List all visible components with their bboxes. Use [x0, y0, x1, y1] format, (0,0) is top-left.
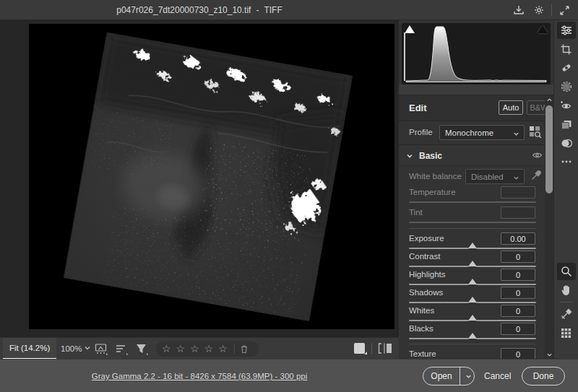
slider-track[interactable] — [409, 320, 536, 321]
slider-thumb[interactable] — [468, 261, 477, 266]
star-1-icon[interactable]: ☆ — [162, 344, 171, 354]
title-separator: - — [256, 5, 259, 15]
slider-label: Temperature — [409, 188, 456, 196]
slider-label: Shadows — [409, 288, 443, 297]
collapse-chevron-icon[interactable] — [406, 152, 413, 160]
open-button[interactable]: Open — [423, 367, 475, 386]
slider-exposure: Exposure 0.00 — [399, 232, 545, 250]
edit-sliders-tool[interactable] — [557, 22, 576, 39]
slider-label: Exposure — [409, 234, 444, 243]
slider-value-input[interactable]: 0 — [501, 348, 535, 359]
white-balance-dropdown[interactable]: Disabled — [465, 169, 525, 184]
fit-zoom-label: Fit (14.2%) — [9, 344, 50, 352]
sampler-tool[interactable] — [557, 305, 576, 323]
zoom-100-label: 100% — [61, 344, 82, 353]
scroll-up-icon[interactable] — [545, 95, 553, 104]
slider-tint: Tint — [399, 206, 545, 224]
trash-icon[interactable] — [240, 344, 249, 354]
slider-track — [409, 201, 536, 203]
slider-track — [409, 222, 536, 223]
preview-toggle-icon[interactable] — [354, 343, 365, 354]
slider-track[interactable] — [409, 302, 536, 303]
slider-thumb[interactable] — [468, 243, 477, 248]
slider-thumb[interactable] — [468, 279, 477, 284]
white-balance-chevron-icon — [513, 175, 519, 181]
zoom-100-tab[interactable]: 100% — [55, 338, 87, 360]
more-tools-icon[interactable] — [557, 153, 576, 170]
satellite-image — [29, 24, 394, 329]
open-options-chevron-icon[interactable] — [460, 367, 477, 385]
crop-tool[interactable] — [557, 40, 576, 58]
slider-thumb[interactable] — [468, 333, 477, 339]
heal-tool[interactable] — [557, 59, 576, 77]
cancel-button-label: Cancel — [484, 371, 511, 381]
filter-icon[interactable] — [133, 341, 150, 357]
document-title: p047r026_7dt20000730_z10_10.tif - TIFF — [0, 0, 399, 20]
edit-panel: Edit Auto B&W Profile Monochrome Basic — [399, 20, 553, 359]
open-button-label: Open — [420, 371, 459, 381]
basic-section-label: Basic — [419, 151, 442, 161]
red-eye-tool[interactable] — [557, 97, 576, 114]
snapshots-tool[interactable] — [557, 134, 576, 152]
slider-thumb[interactable] — [468, 315, 477, 321]
slider-label: Texture — [409, 349, 436, 358]
zoom-menu-chevron-icon[interactable] — [84, 344, 92, 353]
white-balance-row: White balance Disabled — [399, 167, 545, 186]
slider-track[interactable] — [409, 248, 536, 249]
filmstrip-icon[interactable] — [92, 341, 110, 357]
exif-info-strip — [399, 84, 553, 95]
slider-label: Tint — [409, 208, 423, 217]
status-bar: Gray Gamma 2.2 - 16 bit - 8426 x 7584 (6… — [0, 359, 578, 392]
title-bar: p047r026_7dt20000730_z10_10.tif - TIFF — [0, 0, 578, 20]
cancel-button[interactable]: Cancel — [478, 367, 517, 386]
profile-label: Profile — [409, 128, 433, 136]
slider-value-input[interactable]: 0 — [501, 323, 535, 335]
hand-tool[interactable] — [557, 282, 576, 299]
sort-order-icon[interactable] — [113, 341, 130, 357]
slider-value-input[interactable]: 0 — [501, 287, 535, 299]
profile-value: Monochrome — [445, 129, 493, 137]
before-after-view-icon[interactable] — [377, 342, 393, 354]
presets-tool[interactable] — [557, 116, 576, 133]
toggle-fullscreen-icon[interactable] — [556, 2, 572, 18]
done-button[interactable]: Done — [522, 367, 565, 386]
slider-track[interactable] — [409, 338, 536, 339]
histogram[interactable] — [402, 23, 551, 84]
star-4-icon[interactable]: ☆ — [204, 344, 214, 354]
slider-value-input[interactable]: 0.00 — [501, 232, 535, 245]
scrollbar-thumb[interactable] — [545, 105, 553, 193]
highlight-clipping-indicator-icon[interactable] — [538, 25, 548, 33]
white-balance-eyedropper-icon[interactable] — [530, 170, 542, 181]
scroll-down-icon[interactable] — [545, 350, 553, 359]
workflow-options-link[interactable]: Gray Gamma 2.2 - 16 bit - 8426 x 7584 (6… — [0, 360, 399, 392]
grid-overlay-tool[interactable] — [557, 324, 576, 341]
fit-zoom-tab[interactable]: Fit (14.2%) — [3, 338, 56, 360]
profile-browser-icon[interactable] — [529, 126, 543, 139]
slider-thumb[interactable] — [468, 297, 477, 302]
slider-temperature: Temperature — [399, 186, 545, 204]
slider-value-input[interactable]: 0 — [501, 305, 535, 317]
slider-track[interactable] — [409, 284, 536, 285]
slider-value-input[interactable]: 0 — [501, 251, 535, 263]
basic-section-header[interactable]: Basic — [399, 145, 553, 166]
section-visibility-eye-icon[interactable] — [532, 151, 543, 160]
save-icon[interactable] — [511, 2, 527, 18]
gear-icon[interactable] — [531, 2, 547, 18]
zoom-tool[interactable] — [557, 263, 576, 280]
slider-label: Whites — [409, 306, 434, 315]
star-5-icon[interactable]: ☆ — [218, 344, 228, 354]
toolbar-separator — [371, 343, 372, 354]
profile-dropdown[interactable]: Monochrome — [439, 125, 525, 140]
slider-value-input[interactable]: 0 — [501, 269, 535, 281]
preview-canvas[interactable] — [29, 24, 394, 329]
panel-scrollbar[interactable] — [545, 95, 553, 359]
auto-button[interactable]: Auto — [499, 100, 523, 115]
star-2-icon[interactable]: ☆ — [176, 344, 186, 354]
slider-track[interactable] — [409, 266, 536, 267]
masking-tool[interactable] — [557, 78, 576, 95]
shadow-clipping-indicator-icon[interactable] — [405, 25, 415, 33]
star-3-icon[interactable]: ☆ — [190, 344, 199, 354]
workflow-info-text: Gray Gamma 2.2 - 16 bit - 8426 x 7584 (6… — [92, 372, 308, 380]
tools-divider — [560, 302, 573, 302]
edit-header-row: Edit Auto B&W — [399, 95, 553, 121]
